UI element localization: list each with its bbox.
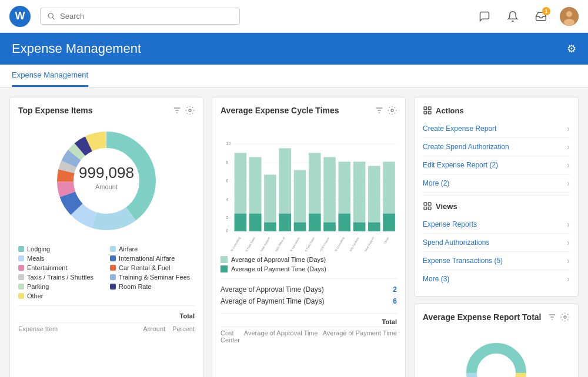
legend-other: Other (18, 292, 103, 299)
top-expense-card-header: Top Expense Items (18, 106, 195, 115)
svg-rect-41 (264, 223, 276, 231)
legend-parking: Parking (18, 283, 103, 290)
chat-button[interactable] (475, 7, 494, 26)
expense-table-footer: Total Expense Item Amount Percent (18, 305, 195, 332)
svg-text:10: 10 (226, 142, 230, 146)
avg-approval-col: Average of Approval Time (244, 329, 318, 344)
chevron-icon-2: › (567, 142, 570, 152)
svg-rect-49 (323, 223, 336, 231)
cycle-table-footer: Total Cost Center Average of Approval Ti… (220, 313, 397, 344)
inbox-button[interactable]: 1 (532, 7, 550, 26)
svg-rect-75 (424, 207, 427, 210)
svg-rect-53 (353, 223, 366, 231)
actions-section-header: Actions (423, 106, 570, 115)
svg-rect-69 (424, 107, 427, 110)
expense-item-col: Expense Item (18, 325, 143, 332)
donut-chart: 999,098 Amount (48, 122, 165, 240)
avatar-icon (560, 7, 579, 26)
bell-icon (507, 11, 519, 22)
chevron-icon-7: › (567, 256, 570, 265)
action-edit-expense[interactable]: Edit Expense Report (2) › (423, 156, 570, 174)
small-donut-chart (461, 329, 532, 377)
total-header: Total (180, 312, 195, 319)
svg-text:61200 Finance: 61200 Finance (318, 237, 330, 251)
avg-report-card: Average Expense Report Total (414, 304, 579, 377)
legend-intl-airfare: International Airfare (110, 255, 195, 262)
legend-payment: Average of Payment Time (Days) (220, 265, 397, 272)
actions-icon (423, 106, 432, 115)
view-more[interactable]: More (3) › (423, 270, 570, 288)
svg-point-3 (566, 11, 572, 17)
right-panel: Actions Create Expense Report › Create S… (414, 97, 579, 377)
bar-chart-legend: Average of Approval Time (Days) Average … (220, 256, 397, 272)
donut-label: Amount (95, 183, 118, 190)
bar-chart: 10 8 6 4 2 0 (220, 122, 397, 251)
avg-cycle-card-icons[interactable] (375, 106, 397, 115)
svg-line-1 (53, 18, 55, 19)
donut-chart-wrap: 999,098 Amount (18, 122, 195, 240)
inbox-badge: 1 (542, 7, 550, 15)
svg-rect-55 (368, 223, 380, 231)
gear-card-icon-2[interactable] (387, 106, 397, 115)
legend-meals: Meals (18, 255, 103, 262)
chevron-icon: › (567, 124, 570, 133)
svg-text:33200 Global Support: 33200 Global Support (359, 236, 375, 251)
svg-rect-47 (309, 214, 321, 231)
tab-expense-management[interactable]: Expense Management (12, 65, 88, 87)
svg-rect-43 (279, 214, 291, 231)
legend-car-rental: Car Rental & Fuel (110, 264, 195, 271)
tabs-bar: Expense Management (0, 65, 588, 87)
svg-text:Other: Other (383, 236, 389, 244)
filter-icon-2[interactable] (375, 106, 384, 115)
top-expense-card-icons[interactable] (172, 106, 195, 115)
svg-rect-57 (383, 214, 395, 231)
svg-text:40000 Office of: 40000 Office of (273, 236, 286, 251)
notification-button[interactable] (503, 7, 522, 26)
svg-rect-76 (428, 207, 431, 210)
action-create-spend[interactable]: Create Spend Authorization › (423, 138, 570, 156)
payment-stat: Average of Payment Time (Days) 6 (220, 295, 397, 307)
view-expense-transactions[interactable]: Expense Transactions (5) › (423, 252, 570, 270)
avg-report-icons[interactable] (547, 312, 570, 322)
filter-icon[interactable] (172, 106, 182, 115)
page-title: Expense Management (12, 41, 141, 56)
user-avatar[interactable] (560, 7, 579, 26)
legend-taxis: Taxis / Trains / Shuttles (18, 274, 103, 281)
svg-text:4: 4 (226, 197, 228, 202)
gear-card-icon[interactable] (185, 106, 195, 115)
approval-stat: Average of Approval Time (Days) 2 (220, 284, 397, 295)
chevron-icon-4: › (567, 179, 570, 188)
svg-text:71500 Field Sales: 71500 Field Sales (302, 236, 316, 251)
action-create-expense[interactable]: Create Expense Report › (423, 120, 570, 138)
svg-rect-51 (339, 214, 351, 231)
legend-lodging: Lodging (18, 245, 103, 253)
avg-cycle-card-header: Average Expense Cycle Times (220, 106, 397, 115)
view-spend-auth[interactable]: Spend Authorizations › (423, 234, 570, 252)
action-more-actions[interactable]: More (2) › (423, 174, 570, 193)
search-bar[interactable] (40, 8, 240, 25)
svg-rect-48 (323, 157, 336, 231)
actions-card: Actions Create Expense Report › Create S… (414, 97, 579, 297)
avg-payment-col: Average of Payment Time (323, 329, 397, 344)
search-input[interactable] (60, 12, 232, 21)
legend-room-rate: Room Rate (110, 283, 195, 290)
svg-point-23 (391, 109, 393, 112)
svg-rect-44 (294, 170, 306, 231)
svg-point-8 (189, 109, 191, 112)
avg-cycle-title: Average Expense Cycle Times (220, 106, 339, 115)
gear-card-icon-3[interactable] (560, 312, 570, 322)
top-expense-title: Top Expense Items (18, 106, 93, 115)
legend-approval: Average of Approval Time (Days) (220, 256, 397, 263)
view-expense-reports[interactable]: Expense Reports › (423, 216, 570, 234)
workday-logo[interactable]: W (9, 6, 31, 27)
donut-amount: 999,098 (79, 164, 134, 181)
page-header: Expense Management ⚙ (0, 33, 588, 65)
svg-rect-52 (353, 161, 366, 231)
svg-point-4 (564, 19, 574, 26)
svg-rect-54 (368, 166, 380, 231)
settings-icon[interactable]: ⚙ (567, 42, 576, 55)
filter-icon-3[interactable] (547, 312, 557, 322)
svg-text:71200 Field Sales: 71200 Field Sales (242, 236, 256, 251)
svg-text:8: 8 (226, 160, 228, 165)
avg-cycle-times-card: Average Expense Cycle Times 10 8 6 4 2 0 (212, 97, 406, 377)
